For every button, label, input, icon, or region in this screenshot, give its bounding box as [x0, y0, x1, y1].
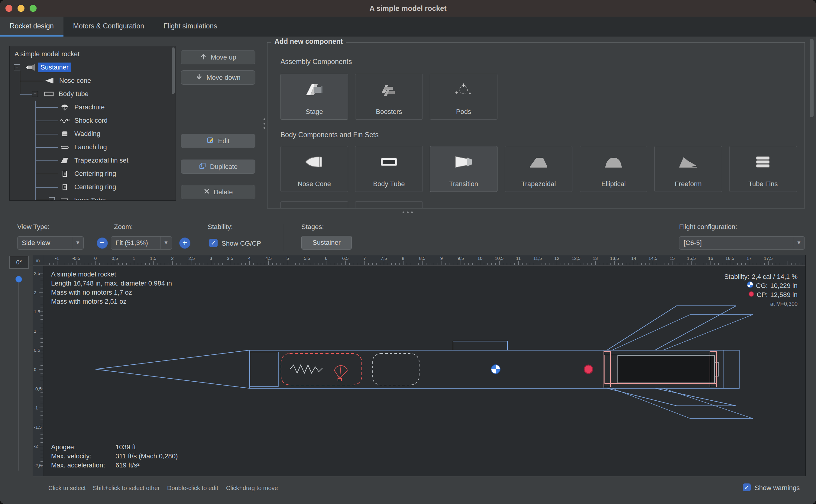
add-component-panel: Assembly Components Stage Boosters Pods … [267, 42, 805, 208]
body-tube-icon [43, 90, 55, 98]
hint-shift-click: Shift+click to select other [93, 485, 160, 492]
collapse-icon[interactable]: − [49, 197, 55, 201]
show-warnings-label: Show warnings [755, 484, 800, 492]
tree-item-launch-lug[interactable]: Launch lug [10, 141, 176, 154]
horizontal-splitter-handle[interactable] [403, 212, 413, 213]
chevron-down-icon: ▼ [160, 237, 172, 249]
tab-flight-simulations[interactable]: Flight simulations [154, 17, 227, 37]
view-type-dropdown[interactable]: Side view ▼ [17, 236, 84, 250]
view-type-label: View Type: [17, 223, 50, 231]
component-button-partial[interactable] [280, 201, 348, 208]
toolbar-separator [284, 224, 284, 251]
delete-button[interactable]: Delete [181, 185, 255, 199]
edit-button[interactable]: Edit [181, 134, 255, 148]
duplicate-button[interactable]: Duplicate [181, 160, 255, 174]
collapse-icon[interactable]: − [14, 64, 20, 70]
tree-item-parachute[interactable]: Parachute [10, 101, 176, 114]
zoom-dropdown[interactable]: Fit (51,3%) ▼ [111, 236, 172, 250]
rocket-icon [24, 63, 36, 72]
show-warnings-checkbox[interactable]: ✓ [743, 483, 751, 491]
tree-scrollbar[interactable] [172, 47, 175, 94]
show-cg-cp-label: Show CG/CP [222, 240, 261, 247]
tree-item-body-tube[interactable]: − Body tube [10, 87, 176, 101]
motor[interactable] [618, 356, 714, 383]
zoom-label: Zoom: [114, 223, 133, 231]
cg-marker [491, 365, 500, 374]
cp-legend-icon [748, 290, 754, 299]
elliptical-fin-icon [603, 146, 624, 178]
tree-item-centering-ring[interactable]: Centering ring [10, 167, 176, 180]
parachute-icon [59, 103, 71, 111]
shock-cord-icon [59, 116, 71, 125]
stage-icon [304, 74, 325, 105]
component-button-nose-cone[interactable]: Nose Cone [280, 146, 348, 192]
shock-cord-line[interactable] [290, 365, 322, 373]
window-title: A simple model rocket [369, 4, 446, 13]
minimize-window-button[interactable] [18, 5, 24, 12]
duplicate-icon [199, 162, 206, 172]
tree-item-nose-cone[interactable]: Nose cone [10, 74, 176, 87]
add-component-title: Add new component [271, 37, 346, 46]
component-button-body-tube[interactable]: Body Tube [355, 146, 423, 192]
move-up-button[interactable]: Move up [181, 50, 255, 64]
hint-double-click: Double-click to edit [167, 485, 218, 492]
tree-item-rocket[interactable]: A simple model rocket [10, 47, 176, 61]
collapse-icon[interactable]: − [32, 91, 38, 97]
tree-item-centering-ring-2[interactable]: Centering ring [10, 180, 176, 194]
tree-item-trapezoidal-fin-set[interactable]: Trapezoidal fin set [10, 154, 176, 167]
tree-item-wadding[interactable]: Wadding [10, 127, 176, 141]
wadding-outline[interactable] [372, 354, 419, 385]
component-button-boosters[interactable]: Boosters [355, 74, 423, 120]
zoom-out-button[interactable]: − [97, 237, 108, 249]
component-button-partial[interactable] [355, 201, 423, 208]
tab-motors-configuration[interactable]: Motors & Configuration [63, 17, 154, 37]
nose-cone-icon [44, 76, 56, 85]
stability-info-block: Stability:2,4 cal / 14,1 % CG:10,229 in … [724, 272, 798, 309]
body-section-label: Body Components and Fin Sets [280, 131, 379, 139]
launch-lug-icon [59, 143, 71, 151]
tree-item-inner-tube[interactable]: − Inner Tube [10, 194, 176, 201]
flight-configuration-dropdown[interactable]: [C6-5] ▼ [679, 236, 805, 250]
stability-label: Stability: [208, 223, 233, 231]
rotation-slider-thumb[interactable] [15, 276, 22, 283]
main-tabbar: Rocket design Motors & Configuration Fli… [0, 17, 816, 37]
app-window: A simple model rocket Rocket design Moto… [0, 0, 816, 504]
flight-configuration-label: Flight configuration: [679, 223, 737, 231]
component-button-elliptical[interactable]: Elliptical [580, 146, 647, 192]
component-button-stage[interactable]: Stage [280, 74, 348, 120]
tree-item-shock-cord[interactable]: Shock cord [10, 114, 176, 127]
chevron-down-icon: ▼ [793, 237, 805, 249]
transition-icon [453, 146, 474, 178]
stage-toggle-sustainer[interactable]: Sustainer [301, 236, 352, 250]
panel-scrollbar[interactable] [810, 39, 814, 117]
fin-set-icon [59, 156, 71, 165]
centering-ring-icon [59, 183, 71, 191]
move-down-button[interactable]: Move down [181, 70, 255, 85]
component-button-pods[interactable]: Pods [430, 74, 497, 120]
tree-rows: A simple model rocket − Sustainer Nose c… [10, 46, 176, 200]
ruler-vertical: -2,5-2-1,5-1-0,500,511,522,5 [33, 266, 43, 476]
assembly-section-label: Assembly Components [280, 58, 352, 66]
rocket-canvas[interactable]: in -1-0,500,511,522,533,544,555,566,577,… [33, 255, 806, 476]
component-button-transition[interactable]: Transition [430, 146, 497, 192]
show-cg-cp-checkbox[interactable]: ✓ [209, 239, 218, 247]
titlebar: A simple model rocket [0, 0, 816, 17]
zoom-in-button[interactable]: + [179, 237, 190, 249]
close-window-button[interactable] [5, 5, 12, 12]
ruler-unit: in [33, 255, 43, 266]
component-button-trapezoidal[interactable]: Trapezoidal [505, 146, 572, 192]
tube-fins-icon [753, 146, 774, 178]
tree-item-sustainer[interactable]: − Sustainer [10, 61, 176, 74]
component-button-freeform[interactable]: Freeform [654, 146, 722, 192]
hint-click-drag: Click+drag to move [226, 485, 278, 492]
body-tube-icon [378, 146, 400, 178]
zoom-window-button[interactable] [30, 5, 37, 12]
component-tree: A simple model rocket − Sustainer Nose c… [9, 46, 176, 201]
component-button-tube-fins[interactable]: Tube Fins [729, 146, 797, 192]
cg-legend-icon [747, 281, 753, 290]
tab-rocket-design[interactable]: Rocket design [0, 17, 63, 37]
arrow-down-icon [196, 73, 203, 82]
vertical-splitter-handle[interactable] [264, 118, 265, 129]
rotation-angle-spinner[interactable]: 0° [9, 256, 29, 269]
rotation-slider-track[interactable] [18, 276, 19, 471]
